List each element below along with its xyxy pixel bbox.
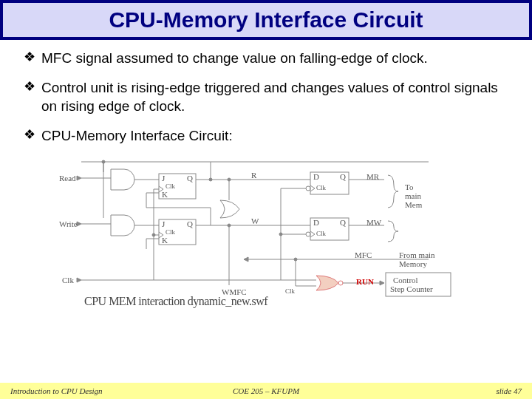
- bullet-icon: ❖: [24, 49, 35, 68]
- label-control1: Step Counter: [390, 284, 433, 293]
- bullet-text: CPU-Memory Interface Circuit:: [41, 126, 233, 146]
- title-bar: CPU-Memory Interface Circuit: [0, 0, 532, 40]
- label-control0: Control: [393, 276, 418, 284]
- svg-point-37: [338, 281, 343, 285]
- label-k: K: [162, 190, 168, 199]
- label-mfc: MFC: [355, 250, 372, 259]
- svg-marker-45: [77, 176, 81, 180]
- label-dclk: Clk: [316, 184, 326, 191]
- svg-point-53: [152, 233, 155, 236]
- label-q2: Q: [187, 219, 193, 228]
- circuit-diagram: Read Write Clk J K Q Clk J K Q Clk R W D…: [59, 156, 473, 311]
- label-jkclk: Clk: [166, 183, 175, 190]
- footer-left: Introduction to CPU Design: [10, 386, 103, 395]
- bullet-item: ❖ CPU-Memory Interface Circuit:: [24, 126, 508, 146]
- label-r: R: [251, 171, 256, 180]
- title-inner: CPU-Memory Interface Circuit: [3, 3, 529, 37]
- label-read: Read: [59, 174, 76, 183]
- label-j: J: [162, 174, 165, 183]
- label-frommem0: From main: [399, 250, 435, 259]
- svg-marker-34: [244, 257, 248, 262]
- label-q: Q: [187, 174, 193, 183]
- swf-caption: CPU MEM interaction dynamic_new.swf: [84, 295, 267, 308]
- svg-point-24: [306, 232, 310, 236]
- svg-marker-42: [380, 281, 384, 285]
- label-run: RUN: [356, 277, 374, 286]
- label-tomem1: main: [405, 191, 421, 200]
- svg-point-52: [279, 233, 282, 236]
- label-frommem1: Memory: [399, 259, 427, 268]
- label-jkclk2: Clk: [166, 228, 175, 236]
- label-dq2: Q: [340, 218, 346, 227]
- label-mr: MR: [366, 172, 379, 181]
- label-tomem2: Mem: [405, 200, 422, 209]
- svg-marker-47: [77, 278, 81, 282]
- label-w: W: [251, 216, 259, 225]
- bullet-icon: ❖: [24, 126, 35, 146]
- bullet-icon: ❖: [24, 78, 35, 116]
- footer-mid: COE 205 – KFUPM: [233, 386, 299, 395]
- page-title: CPU-Memory Interface Circuit: [109, 7, 423, 32]
- content-area: ❖ MFC signal assumed to change value on …: [0, 40, 532, 311]
- label-d: D: [313, 172, 319, 181]
- label-mw: MW: [366, 218, 381, 227]
- svg-point-49: [209, 178, 212, 181]
- svg-point-23: [306, 186, 310, 191]
- bullet-text: Control unit is rising-edge triggered an…: [41, 78, 508, 116]
- bullet-item: ❖ Control unit is rising-edge triggered …: [24, 78, 508, 116]
- label-clk-nor: Clk: [285, 287, 295, 295]
- label-dq: Q: [340, 172, 346, 181]
- bullet-item: ❖ MFC signal assumed to change value on …: [24, 49, 508, 68]
- svg-point-54: [294, 258, 297, 261]
- label-d2: D: [313, 218, 319, 227]
- label-clk: Clk: [62, 276, 74, 284]
- svg-point-51: [228, 224, 231, 227]
- bullet-text: MFC signal assumed to change value on fa…: [41, 49, 428, 68]
- label-j2: J: [162, 219, 165, 228]
- svg-point-48: [102, 160, 105, 163]
- label-tomem0: To: [405, 183, 413, 191]
- svg-point-50: [228, 178, 231, 181]
- footer: Introduction to CPU Design COE 205 – KFU…: [0, 383, 532, 399]
- footer-right: slide 47: [496, 386, 522, 395]
- label-k2: K: [162, 236, 168, 245]
- label-write: Write: [59, 219, 78, 228]
- label-dclk2: Clk: [316, 230, 326, 237]
